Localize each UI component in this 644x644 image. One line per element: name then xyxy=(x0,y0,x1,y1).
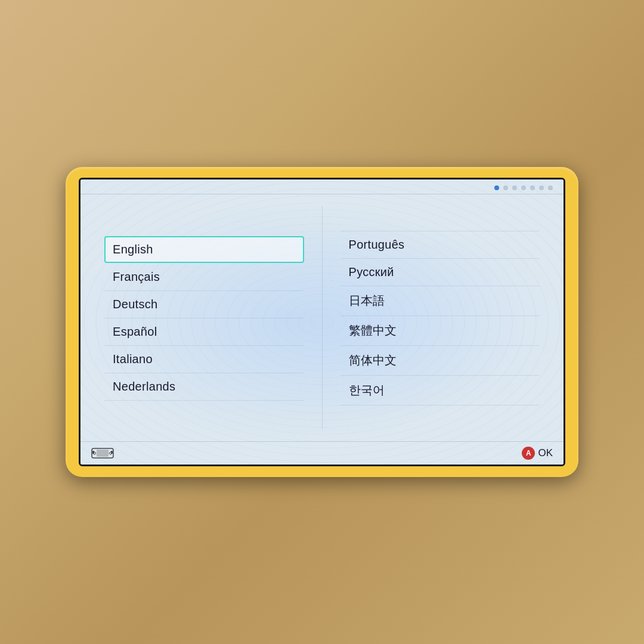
bottom-bar: A OK xyxy=(80,441,564,465)
dot-2 xyxy=(503,185,508,190)
lang-item-nederlands[interactable]: Nederlands xyxy=(104,373,304,401)
svg-rect-3 xyxy=(97,450,109,457)
lang-item-english[interactable]: English xyxy=(104,236,304,263)
dot-3 xyxy=(512,185,517,190)
dot-5 xyxy=(530,185,535,190)
lang-item-italiano[interactable]: Italiano xyxy=(104,346,304,373)
lang-item-korean[interactable]: 한국어 xyxy=(340,376,540,405)
ok-label: OK xyxy=(538,447,553,459)
switch-lite-icon xyxy=(91,447,114,460)
a-button-icon: A xyxy=(522,447,535,460)
lang-item-japanese[interactable]: 日本語 xyxy=(340,286,540,316)
screen: English Français Deutsch Español Italian… xyxy=(79,178,565,466)
lang-item-traditional-chinese[interactable]: 繁體中文 xyxy=(340,316,540,346)
language-selection-area: English Français Deutsch Español Italian… xyxy=(80,194,564,441)
lang-item-deutsch[interactable]: Deutsch xyxy=(104,291,304,318)
right-language-column: Português Русский 日本語 繁體中文 简体中文 한국어 xyxy=(340,200,540,435)
lang-item-portugues[interactable]: Português xyxy=(340,231,540,259)
dot-4 xyxy=(521,185,526,190)
screen-content: English Français Deutsch Español Italian… xyxy=(80,179,564,465)
table-surface: English Français Deutsch Español Italian… xyxy=(0,0,644,644)
dot-1 xyxy=(494,185,499,190)
dot-7 xyxy=(548,185,553,190)
lang-item-russian[interactable]: Русский xyxy=(340,259,540,286)
lang-item-espanol[interactable]: Español xyxy=(104,318,304,346)
lang-item-francais[interactable]: Français xyxy=(104,264,304,291)
left-language-column: English Français Deutsch Español Italian… xyxy=(104,200,304,435)
dot-6 xyxy=(539,185,544,190)
column-divider xyxy=(322,206,323,429)
a-button-label: A xyxy=(526,449,531,457)
lang-item-simplified-chinese[interactable]: 简体中文 xyxy=(340,346,540,376)
switch-lite-device: English Français Deutsch Español Italian… xyxy=(66,167,578,477)
top-bar xyxy=(80,179,564,194)
ok-button[interactable]: A OK xyxy=(522,447,553,460)
pagination-dots xyxy=(494,185,553,190)
